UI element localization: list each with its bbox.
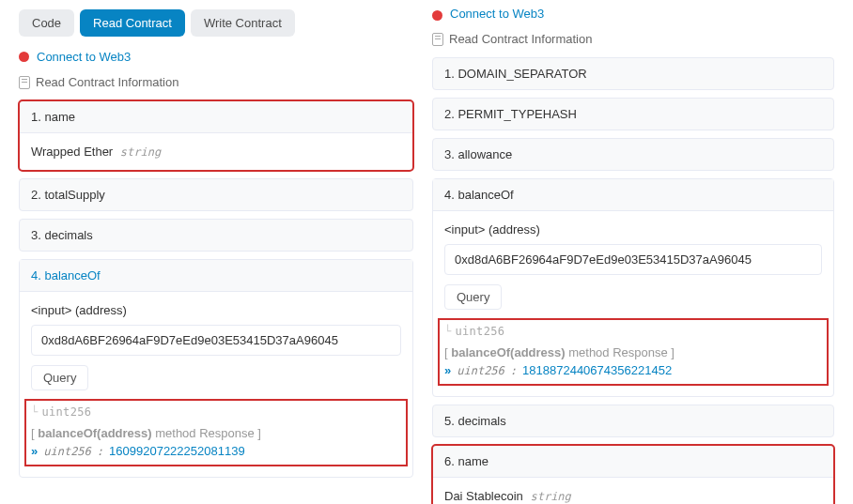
name-type: string [530,490,570,503]
method-name[interactable]: 6. name Dai Stablecoin string [432,445,834,504]
method-balance-of-body: <input> (address) Query └ uint256 [ bala… [20,292,412,477]
name-value: Dai Stablecoin [444,489,523,503]
double-arrow-icon: » [31,444,38,458]
query-button[interactable]: Query [31,365,88,390]
response-method: balanceOf(address) [38,426,151,440]
response-method: balanceOf(address) [451,345,565,359]
method-name-header[interactable]: 1. name [20,101,412,133]
return-type-row: └ uint256 [31,405,401,419]
tab-read-contract[interactable]: Read Contract [80,9,185,37]
connect-web3-row[interactable]: Connect to Web3 [19,50,413,64]
right-panel: Connect to Web3 Read Contract Informatio… [432,9,834,504]
method-decimals[interactable]: 5. decimals [432,405,834,437]
read-contract-info-row: Read Contract Information [432,32,834,46]
balance-of-result: └ uint256 [ balanceOf(address) method Re… [25,400,407,466]
connect-web3-link[interactable]: Connect to Web3 [37,50,131,64]
elbow-icon: └ [444,325,452,338]
file-icon [432,33,443,46]
connect-status-dot [19,52,29,62]
response-value-line: » uint256 : 1818872440674356221452 [444,363,822,377]
method-balance-of-body: <input> (address) Query └ uint256 [ bala… [433,211,833,396]
result-type: uint256 [43,445,91,458]
read-contract-info-label: Read Contract Information [449,32,592,46]
balance-of-input-label: <input> (address) [444,222,822,237]
connect-web3-link[interactable]: Connect to Web3 [450,9,544,21]
method-decimals[interactable]: 3. decimals [19,219,413,252]
file-icon [19,76,30,89]
balance-of-address-input[interactable] [31,325,401,356]
connect-status-dot [432,10,442,21]
return-type: uint256 [42,405,92,419]
name-type: string [120,145,161,159]
method-balance-of: 4. balanceOf <input> (address) Query └ u… [432,178,834,397]
method-allowance[interactable]: 3. allowance [432,138,834,171]
result-value[interactable]: 1818872440674356221452 [522,363,672,377]
response-value-line: » uint256 : 16099207222252081139 [31,444,401,458]
result-value[interactable]: 16099207222252081139 [109,444,245,458]
return-type-row: └ uint256 [444,325,822,338]
response-label: [ balanceOf(address) method Response ] [31,426,401,440]
contract-tabs: Code Read Contract Write Contract [19,9,413,37]
read-contract-info-label: Read Contract Information [36,75,178,89]
balance-of-address-input[interactable] [444,244,822,275]
result-type: uint256 [457,364,504,377]
method-domain-separator[interactable]: 1. DOMAIN_SEPARATOR [432,57,834,90]
double-arrow-icon: » [444,363,451,377]
left-panel: Code Read Contract Write Contract Connec… [19,9,413,504]
method-name-body: Dai Stablecoin string [433,478,833,504]
connect-web3-row[interactable]: Connect to Web3 [432,9,834,21]
method-name-body: Wrapped Ether string [20,133,412,170]
method-balance-of-header[interactable]: 4. balanceOf [20,260,412,292]
method-total-supply[interactable]: 2. totalSupply [19,178,413,211]
tab-write-contract[interactable]: Write Contract [191,9,295,37]
name-value: Wrapped Ether [31,145,113,159]
method-balance-of-header[interactable]: 4. balanceOf [433,179,833,211]
method-name-header[interactable]: 6. name [433,446,833,478]
response-label: [ balanceOf(address) method Response ] [444,345,822,359]
balance-of-result: └ uint256 [ balanceOf(address) method Re… [439,319,828,385]
tab-code[interactable]: Code [19,9,74,37]
method-balance-of: 4. balanceOf <input> (address) Query └ u… [19,259,413,478]
read-contract-info-row: Read Contract Information [19,75,413,89]
return-type: uint256 [456,325,505,338]
method-name[interactable]: 1. name Wrapped Ether string [19,100,413,171]
method-permit-typehash[interactable]: 2. PERMIT_TYPEHASH [432,98,834,130]
balance-of-input-label: <input> (address) [31,303,401,317]
query-button[interactable]: Query [444,284,502,310]
elbow-icon: └ [31,405,39,419]
